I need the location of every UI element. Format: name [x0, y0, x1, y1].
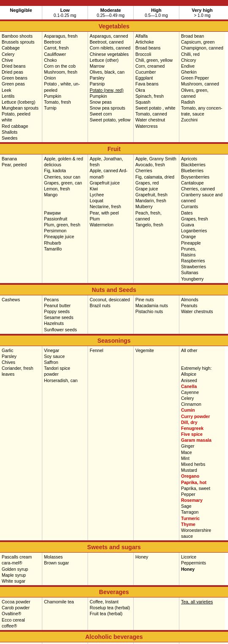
- section-row-4: Pascalls cream cara-mel®Golden syrupMapl…: [0, 553, 228, 586]
- cell-3-4: All otherExtremely high:AllspiceAniseedC…: [179, 346, 225, 541]
- cell-4-3: Honey: [134, 553, 179, 585]
- section-row-2: CashewsPecansPeanut butterPoppy seedsSes…: [0, 295, 228, 335]
- section-header-3: Seasonings: [0, 335, 228, 346]
- col-header-4: Very high> 1.0 mg: [179, 6, 225, 19]
- cell-6-3: SherryCointreau®Tia Maria®: [134, 642, 179, 644]
- cell-5-0: Cocoa powderCarob powderOvaltine®Ecco ce…: [0, 597, 42, 630]
- cell-1-0: BananaPear, peeled: [0, 154, 42, 283]
- column-headers: NegligibleLow0.1-0.25 mgModerate0.25—0.4…: [0, 5, 228, 20]
- cell-2-0: Cashews: [0, 295, 42, 334]
- cell-2-2: Coconut, desiccatedBrazil nuts: [88, 295, 134, 334]
- cell-0-2: Asparagus, cannedBeetroot, cannedCorn ni…: [88, 32, 134, 142]
- cell-3-2: Fennel: [88, 346, 134, 541]
- cell-3-3: Vegemite: [134, 346, 179, 541]
- col-header-0: Negligible: [0, 6, 42, 19]
- section-header-5: Beverages: [0, 586, 228, 597]
- cell-2-1: PecansPeanut butterPoppy seedsSesame see…: [42, 295, 88, 334]
- cell-2-4: AlmondsPeanutsWater chestnuts: [179, 295, 225, 334]
- section-row-6: Vodka, Whiskey, GinBrandy, VermouthSherr…: [0, 642, 228, 644]
- cell-0-4: Broad beanCapsicum, greenChampignon, can…: [179, 32, 225, 142]
- section-row-1: BananaPear, peeledApple, golden & red de…: [0, 154, 228, 284]
- cell-6-1: Vodka, Whiskey, Gin: [42, 642, 88, 644]
- col-header-2: Moderate0.25—0.49 mg: [88, 6, 134, 19]
- cell-4-0: Pascalls cream cara-mel®Golden syrupMapl…: [0, 553, 42, 585]
- col-label: Negligible: [10, 8, 32, 13]
- section-row-3: GarlicParsleyChivesCoriander, fresh leav…: [0, 346, 228, 542]
- section-header-2: Nuts and Seeds: [0, 284, 228, 295]
- cell-2-3: Pine nutsMacadamia nutsPistachio nuts: [134, 295, 179, 334]
- cell-5-3: [134, 597, 179, 630]
- cell-4-4: LicoricePeppermintsHoney: [179, 553, 225, 585]
- cell-6-4: LiqueurRumChampagne,Wines: [179, 642, 225, 644]
- section-header-6: Alcoholic beverages: [0, 631, 228, 642]
- section-row-0: Bamboo shootsBrussels sproutsCabbageCele…: [0, 32, 228, 143]
- col-range: 0.25—0.49 mg: [97, 13, 125, 18]
- col-range: 0.5—1.0 mg: [145, 13, 168, 18]
- col-label: High: [151, 8, 161, 13]
- cell-0-3: AlfalfaArtichokeBroad beansBroccoliChili…: [134, 32, 179, 142]
- page-header: [0, 0, 228, 5]
- section-header-4: Sweets and sugars: [0, 541, 228, 553]
- col-range: > 1.0 mg: [194, 13, 210, 18]
- col-header-3: High0.5—1.0 mg: [134, 6, 179, 19]
- cell-5-2: Coffee, InstantRoselup tea (herbal)Fruit…: [88, 597, 134, 630]
- cell-5-4: Tea, all varieties: [179, 597, 225, 630]
- cell-4-2: [88, 553, 134, 585]
- col-range: 0.1-0.25 mg: [54, 13, 76, 18]
- cell-6-2: Brandy, Vermouth: [88, 642, 134, 644]
- col-header-1: Low0.1-0.25 mg: [42, 6, 88, 19]
- cell-1-2: Apple, Jonathan, freshApple, canned Ard-…: [88, 154, 134, 283]
- cell-5-1: Chamomile tea: [42, 597, 88, 630]
- cell-6-0: [0, 642, 42, 644]
- cell-4-1: MolassesBrown sugar: [42, 553, 88, 585]
- page: NegligibleLow0.1-0.25 mgModerate0.25—0.4…: [0, 0, 228, 644]
- col-label: Low: [60, 8, 70, 13]
- col-label: Moderate: [100, 8, 121, 13]
- section-row-5: Cocoa powderCarob powderOvaltine®Ecco ce…: [0, 597, 228, 631]
- cell-1-1: Apple, golden & red deliciousFig, kadota…: [42, 154, 88, 283]
- cell-1-4: ApricotsBlackberriesBlueberriesBoysenber…: [179, 154, 225, 283]
- cell-1-3: Apple, Granny SmithAvocado, freshCherrie…: [134, 154, 179, 283]
- section-header-0: Vegetables: [0, 20, 228, 32]
- sections-container: VegetablesBamboo shootsBrussels sproutsC…: [0, 20, 228, 644]
- col-label: Very high: [192, 8, 213, 13]
- cell-3-1: VinegarSoy sauceSaffronTandori spice pow…: [42, 346, 88, 541]
- section-header-1: Fruit: [0, 143, 228, 154]
- cell-0-0: Bamboo shootsBrussels sproutsCabbageCele…: [0, 32, 42, 142]
- cell-0-1: Asparagus, freshBeetrootCarrot, freshCau…: [42, 32, 88, 142]
- cell-3-0: GarlicParsleyChivesCoriander, fresh leav…: [0, 346, 42, 541]
